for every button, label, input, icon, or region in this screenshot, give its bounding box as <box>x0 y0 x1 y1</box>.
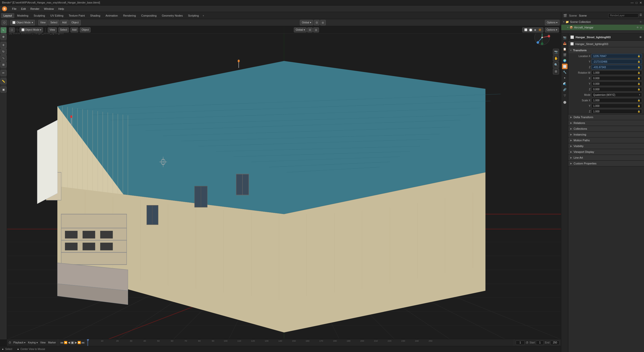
playback-menu[interactable]: Playback ▾ <box>12 341 26 344</box>
prop-output-icon[interactable]: 📤 <box>562 40 568 46</box>
menu-file[interactable]: File <box>10 7 19 11</box>
scale-tool[interactable]: ⤡ <box>1 55 7 61</box>
instancing-header[interactable]: ▶ Instancing <box>568 132 644 137</box>
location-z-field[interactable]: -431.67343 🔒 <box>591 65 642 69</box>
vp-editor-type[interactable]: ⬡ <box>9 27 15 32</box>
prop-physics-icon[interactable]: 🌊 <box>562 81 568 86</box>
tab-geometry-nodes[interactable]: Geometry Nodes <box>159 13 185 18</box>
vp-mode-btn[interactable]: ⬜ Object Mode ▾ <box>20 27 43 32</box>
vp-global-btn[interactable]: Global ▾ <box>294 27 307 32</box>
hangar-select-icon[interactable]: ⊕ <box>640 26 642 29</box>
select-btn[interactable]: Select <box>48 20 59 25</box>
rotation-mode-dropdown[interactable]: Quaternion (WXYZ) ▾ <box>591 93 642 97</box>
start-frame-input[interactable] <box>536 340 544 345</box>
add-cube-tool[interactable]: ▣ <box>1 86 7 93</box>
jump-start-btn[interactable]: ⏮ <box>60 341 63 344</box>
menu-edit[interactable]: Edit <box>19 7 28 11</box>
timeline-ruler[interactable]: 10 20 30 40 50 60 70 80 90 100 110 120 1… <box>87 339 514 346</box>
viewport-display-header[interactable]: ▶ Viewport Display <box>568 149 644 155</box>
tab-texture-paint[interactable]: Texture Paint <box>66 13 87 18</box>
current-frame-input[interactable] <box>516 340 525 345</box>
vp-snap-btn[interactable]: ⊡ <box>307 27 313 32</box>
rotation-x-field[interactable]: 0.000 🔒 <box>591 76 642 80</box>
location-x-field[interactable]: 1235.70947 🔒 <box>591 54 642 58</box>
line-art-header[interactable]: ▶ Line Art <box>568 155 644 160</box>
timeline-editor-type[interactable]: ⏱ <box>8 341 12 345</box>
add-btn[interactable]: Add <box>60 20 69 25</box>
end-frame-input[interactable] <box>550 340 559 345</box>
options-btn[interactable]: Options ▾ <box>545 20 559 25</box>
prop-object-icon[interactable]: ⬜ <box>562 64 568 69</box>
vp-object-menu[interactable]: Object <box>80 27 91 32</box>
outliner-item-scene-collection[interactable]: ▾ 📁 Scene Collection 👁 <box>561 19 644 25</box>
delta-transform-header[interactable]: ▶ Delta Transform <box>568 114 644 120</box>
object-btn[interactable]: Object <box>69 20 81 25</box>
keying-menu[interactable]: Keying ▾ <box>27 341 38 344</box>
prop-material-icon[interactable]: ⬤ <box>562 99 568 105</box>
prop-constraints-icon[interactable]: 🔗 <box>562 87 568 92</box>
tab-shading[interactable]: Shading <box>88 13 103 18</box>
motion-paths-header[interactable]: ▶ Motion Paths <box>568 138 644 143</box>
select-tool[interactable]: ↖ <box>1 27 7 33</box>
tab-scripting[interactable]: Scripting <box>185 13 201 18</box>
rendered-btn[interactable]: 🔆 <box>538 28 542 31</box>
mode-select[interactable]: ⬜ Object Mode ▾ <box>10 20 35 25</box>
annotate-tool[interactable]: ✏ <box>1 70 7 76</box>
jump-end-btn[interactable]: ⏭ <box>82 341 85 344</box>
view-btn[interactable]: View <box>38 20 48 25</box>
cursor-tool[interactable]: ⊕ <box>1 34 7 40</box>
tab-animation[interactable]: Animation <box>103 13 120 18</box>
stop-btn[interactable]: ⏹ <box>70 341 74 344</box>
tab-compositing[interactable]: Compositing <box>139 13 159 18</box>
editor-type-btn[interactable]: ⬡ <box>2 20 7 25</box>
material-preview-btn[interactable]: ◉ <box>533 28 537 31</box>
scale-z-field[interactable]: 1.000 🔒 <box>591 109 642 114</box>
transform-orientation[interactable]: Global ▾ <box>300 20 313 25</box>
prev-keyframe-btn[interactable]: ⏪ <box>64 341 67 344</box>
next-keyframe-btn[interactable]: ⏩ <box>77 341 81 344</box>
custom-props-header[interactable]: ▶ Custom Properties <box>568 161 644 166</box>
prop-scene-icon[interactable]: 🎬 <box>562 52 568 58</box>
vp-view-menu[interactable]: View <box>48 27 57 32</box>
tab-rendering[interactable]: Rendering <box>120 13 138 18</box>
vp-options-btn[interactable]: Options ▾ <box>545 27 559 32</box>
scene-search[interactable] <box>608 13 638 18</box>
vp-proportional-btn[interactable]: ◎ <box>313 27 319 32</box>
tab-uv-editing[interactable]: UV Editing <box>48 13 66 18</box>
wireframe-btn[interactable]: ⬜ <box>524 28 528 31</box>
scale-y-field[interactable]: 1.000 🔒 <box>591 104 642 108</box>
tab-add-btn[interactable]: + <box>203 14 204 17</box>
visibility-header[interactable]: ▶ Visibility <box>568 143 644 149</box>
obj-eye-1[interactable]: 👁 <box>639 36 642 39</box>
prop-render-icon[interactable]: 📷 <box>562 35 568 40</box>
scale-x-field[interactable]: 1.000 🔒 <box>591 98 642 103</box>
outliner-item-aircraft-hangar[interactable]: ▾ 📦 Aircraft_Hangar 👁 ⊕ <box>561 25 644 30</box>
perspective-toggle[interactable]: ⊞ <box>553 68 559 74</box>
tab-layout[interactable]: Layout <box>1 13 14 18</box>
play-reverse-btn[interactable]: ◀ <box>68 341 70 344</box>
snap-btn[interactable]: ⊡ <box>314 20 319 25</box>
relations-header[interactable]: ▶ Relations <box>568 120 644 126</box>
menu-help[interactable]: Help <box>56 7 66 11</box>
menu-window[interactable]: Window <box>42 7 56 11</box>
rotation-z-field[interactable]: 0.000 🔒 <box>591 87 642 92</box>
prop-view-layer-icon[interactable]: 📋 <box>562 46 568 52</box>
close-btn[interactable]: ✕ <box>639 1 642 5</box>
maximize-btn[interactable]: □ <box>636 1 637 5</box>
minimize-btn[interactable]: — <box>631 1 634 5</box>
pan-tool[interactable]: ✋ <box>553 55 559 61</box>
marker-menu[interactable]: Marker <box>47 341 57 344</box>
solid-btn[interactable]: ⬤ <box>529 28 533 31</box>
vp-select-menu[interactable]: Select <box>58 27 69 32</box>
transform-header[interactable]: ▾ Transform <box>568 47 644 53</box>
view-menu-tl[interactable]: View <box>39 341 47 344</box>
zoom-tool[interactable]: 🔍 <box>553 62 559 68</box>
play-btn[interactable]: ▶ <box>75 341 77 344</box>
rotation-w-field[interactable]: 1.000 🔒 <box>591 70 642 75</box>
prop-data-icon[interactable]: ▽ <box>562 93 568 98</box>
prop-modifier-icon[interactable]: 🔧 <box>562 69 568 75</box>
tab-modeling[interactable]: Modeling <box>15 13 31 18</box>
prop-particles-icon[interactable]: ✦ <box>562 75 568 81</box>
transform-tool[interactable]: ⊞ <box>1 62 7 68</box>
viewport-3d[interactable]: User Perspective (1) Scene Collection | … <box>7 26 561 339</box>
